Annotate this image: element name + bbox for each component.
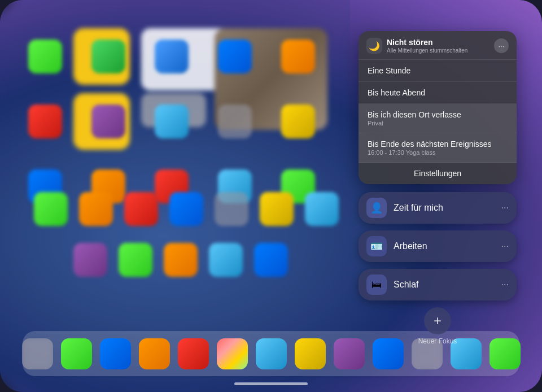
app-icon: [281, 40, 315, 73]
bg-icon: [169, 192, 203, 226]
bg-icon: [34, 192, 68, 226]
dock-icon[interactable]: [295, 338, 326, 369]
bg-icon: [119, 243, 152, 277]
einstellungen-text: Einstellungen: [368, 169, 508, 178]
ipad-frame: 🌙 Nicht stören Alle Mitteilungen stummsc…: [0, 0, 542, 392]
arbeiten-ellipsis-button[interactable]: ···: [501, 241, 509, 251]
dropdown-item-bis-ort[interactable]: Bis ich diesen Ort verlasse Privat: [359, 104, 517, 133]
app-icon: [218, 104, 252, 138]
app-icon: [91, 104, 125, 138]
schlaf-button[interactable]: 🛏 Schlaf ···: [359, 269, 517, 300]
app-icon: [218, 40, 252, 73]
person-icon: 👤: [366, 198, 387, 218]
focus-panel: 🌙 Nicht stören Alle Mitteilungen stummsc…: [359, 31, 517, 345]
dropdown-item-text: Bis Ende des nächsten Ereignisses: [368, 140, 508, 149]
focus-button-left: 🛏 Schlaf: [366, 275, 418, 295]
app-icon: [281, 104, 315, 138]
nicht-storen-header: 🌙 Nicht stören Alle Mitteilungen stummsc…: [359, 31, 517, 60]
einstellungen-item[interactable]: Einstellungen: [359, 163, 517, 184]
bg-icon: [124, 192, 158, 226]
plus-circle-icon: +: [424, 307, 451, 334]
bg-icon: [260, 192, 294, 226]
dropdown-item-bis-heute[interactable]: Bis heute Abend: [359, 82, 517, 104]
neuer-fokus-button[interactable]: + Neuer Fokus: [359, 307, 517, 345]
app-icon: [28, 104, 62, 138]
work-icon: 🪪: [366, 236, 387, 256]
dock-icon[interactable]: [178, 338, 209, 369]
zeit-fuer-mich-label: Zeit für mich: [394, 203, 443, 213]
home-bar: [234, 382, 308, 385]
dropdown-item-sub: 16:00 - 17:30 Yoga class: [368, 149, 508, 156]
dock-icon-photos[interactable]: [217, 338, 248, 369]
dock-icon[interactable]: [139, 338, 170, 369]
nicht-storen-subtitle: Alle Mitteilungen stummschalten: [387, 47, 467, 54]
dropdown-item-text: Bis heute Abend: [368, 88, 508, 97]
dock-icon[interactable]: [22, 338, 53, 369]
moon-icon: 🌙: [366, 38, 382, 54]
schlaf-label: Schlaf: [394, 280, 418, 290]
neuer-fokus-label: Neuer Fokus: [418, 337, 457, 345]
dropdown-item-text: Bis ich diesen Ort verlasse: [368, 110, 508, 119]
app-icon: [155, 104, 189, 138]
dropdown-item-bis-ereignis[interactable]: Bis Ende des nächsten Ereignisses 16:00 …: [359, 133, 517, 163]
bg-icon: [209, 243, 243, 277]
bg-icons-row2: [73, 243, 299, 277]
schlaf-ellipsis-button[interactable]: ···: [501, 280, 509, 290]
zeit-fuer-mich-button[interactable]: 👤 Zeit für mich ···: [359, 192, 517, 224]
zeit-ellipsis-button[interactable]: ···: [501, 203, 509, 213]
app-icon: [28, 40, 62, 73]
dropdown-item-eine-stunde[interactable]: Eine Stunde: [359, 60, 517, 82]
dock-icon[interactable]: [100, 338, 131, 369]
bg-icon: [254, 243, 288, 277]
nicht-storen-left: 🌙 Nicht stören Alle Mitteilungen stummsc…: [366, 38, 467, 54]
arbeiten-label: Arbeiten: [394, 241, 427, 251]
bg-icon: [79, 192, 113, 226]
app-icon: [91, 40, 125, 73]
dropdown-item-text: Eine Stunde: [368, 66, 508, 75]
nicht-storen-ellipsis-button[interactable]: ···: [494, 38, 509, 53]
arbeiten-button[interactable]: 🪪 Arbeiten ···: [359, 230, 517, 262]
sleep-icon: 🛏: [366, 275, 387, 295]
nicht-storen-title-group: Nicht stören Alle Mitteilungen stummscha…: [387, 38, 467, 54]
bg-icons-row: [34, 192, 327, 226]
app-icon: [155, 40, 189, 73]
focus-button-left: 👤 Zeit für mich: [366, 198, 443, 218]
focus-button-left: 🪪 Arbeiten: [366, 236, 427, 256]
plus-symbol: +: [434, 313, 442, 329]
dropdown-item-sub: Privat: [368, 120, 508, 127]
bg-icon: [215, 192, 248, 226]
bg-icon: [305, 192, 339, 226]
bg-icon: [73, 243, 107, 277]
dock-icon[interactable]: [256, 338, 287, 369]
nicht-storen-title: Nicht stören: [387, 38, 467, 47]
nicht-storen-dropdown[interactable]: 🌙 Nicht stören Alle Mitteilungen stummsc…: [359, 31, 517, 184]
bg-icon: [164, 243, 198, 277]
dock-icon-messages[interactable]: [61, 338, 92, 369]
